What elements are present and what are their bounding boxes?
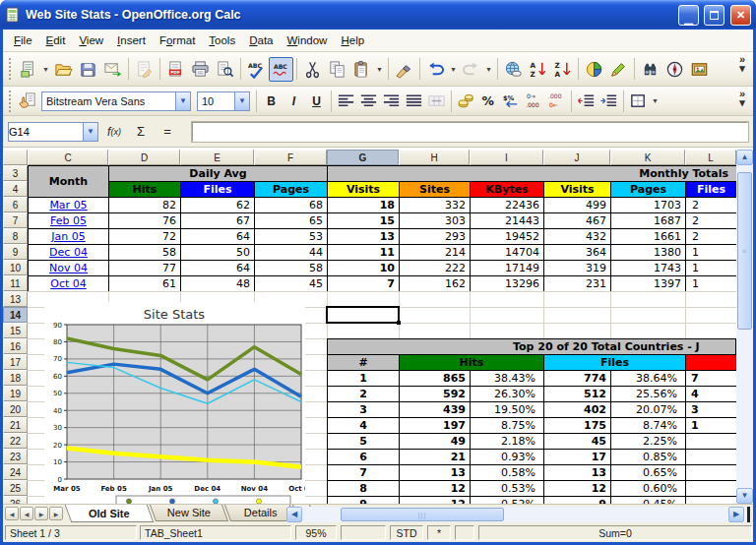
underline-icon[interactable]: U bbox=[305, 90, 328, 112]
month-link[interactable]: Dec 04 bbox=[29, 245, 109, 261]
table-cell[interactable]: 64 bbox=[181, 229, 255, 245]
month-column-header[interactable]: Month bbox=[29, 166, 109, 198]
increase-indent-icon[interactable] bbox=[598, 90, 620, 112]
row-header-9[interactable]: 9 bbox=[3, 244, 28, 260]
column-header-I[interactable]: I bbox=[470, 150, 543, 165]
menu-help[interactable]: Help bbox=[334, 31, 371, 49]
table-cell[interactable]: 58 bbox=[255, 261, 328, 276]
spreadsheet-grid[interactable]: CDEFGHIJKL346789101113141516171819202122… bbox=[3, 148, 753, 504]
table-cell[interactable]: 67 bbox=[181, 213, 255, 229]
table-cell[interactable]: 77 bbox=[109, 261, 181, 276]
table-cell[interactable]: 1687 bbox=[611, 213, 686, 229]
files-pct-cell[interactable]: 8.74% bbox=[611, 418, 686, 434]
edit-file-icon[interactable] bbox=[132, 57, 157, 82]
sort-ascending-icon[interactable]: AZ bbox=[526, 57, 550, 82]
sheet-nav-previous-icon[interactable]: ◀ bbox=[20, 507, 33, 520]
files-pct-cell[interactable]: 38.64% bbox=[611, 371, 686, 387]
table-cell[interactable]: 15 bbox=[328, 213, 400, 229]
hits-cell[interactable]: 592 bbox=[400, 387, 471, 402]
files-pct-cell[interactable]: 0.45% bbox=[611, 497, 686, 504]
hits-pct-cell[interactable]: 19.50% bbox=[471, 402, 544, 418]
formula-icon[interactable]: = bbox=[157, 122, 178, 142]
sort-descending-icon[interactable]: ZA bbox=[550, 57, 575, 82]
hits-cell[interactable]: 439 bbox=[400, 402, 471, 418]
open-icon[interactable] bbox=[51, 57, 76, 82]
hyperlink-icon[interactable] bbox=[501, 57, 526, 82]
hits-cell[interactable]: 12 bbox=[400, 481, 471, 497]
hits-cell[interactable]: 865 bbox=[400, 371, 471, 387]
table-cell[interactable]: 19452 bbox=[471, 229, 544, 245]
align-center-icon[interactable] bbox=[357, 90, 380, 112]
row-header-11[interactable]: 11 bbox=[3, 275, 28, 291]
column-header-E[interactable]: E bbox=[180, 150, 254, 165]
table-cell[interactable]: 499 bbox=[544, 198, 611, 213]
rank-cell[interactable]: 3 bbox=[328, 402, 400, 418]
italic-icon[interactable]: I bbox=[283, 90, 305, 112]
redo-icon[interactable] bbox=[459, 57, 483, 82]
align-right-icon[interactable] bbox=[380, 90, 403, 112]
column-header-F[interactable]: F bbox=[254, 150, 327, 165]
merge-cells-icon[interactable] bbox=[425, 90, 448, 112]
hits-cell[interactable]: 197 bbox=[400, 418, 471, 434]
title-bar[interactable]: Web Site Stats - OpenOffice.org Calc ▁ ✕ bbox=[0, 0, 756, 30]
page-preview-icon[interactable] bbox=[213, 57, 237, 82]
files-group-header[interactable]: Files bbox=[544, 355, 686, 371]
row-header-18[interactable]: 18 bbox=[3, 370, 28, 386]
table-cell[interactable]: 10 bbox=[328, 261, 400, 276]
monthly-totals-header[interactable]: Monthly Totals bbox=[328, 166, 736, 182]
month-link[interactable]: Feb 05 bbox=[29, 213, 109, 229]
toolbar-grip[interactable] bbox=[9, 91, 13, 112]
scroll-down-icon[interactable]: ▼ bbox=[736, 488, 753, 504]
sheet-nav-last-icon[interactable]: ▶ bbox=[49, 507, 63, 520]
row-header-4[interactable]: 4 bbox=[3, 181, 28, 197]
row-header-6[interactable]: 6 bbox=[3, 197, 28, 212]
copy-icon[interactable] bbox=[325, 57, 349, 82]
navigator-icon[interactable] bbox=[662, 57, 687, 82]
table-cell[interactable]: 1397 bbox=[611, 276, 686, 291]
menu-view[interactable]: View bbox=[72, 31, 110, 49]
rank-cell[interactable]: 6 bbox=[328, 450, 400, 465]
hits-pct-cell[interactable]: 0.53% bbox=[471, 481, 544, 497]
close-button[interactable]: ✕ bbox=[730, 5, 751, 26]
split-handle[interactable] bbox=[747, 507, 750, 522]
table-cell[interactable]: 364 bbox=[544, 245, 611, 261]
table-cell[interactable]: 1661 bbox=[611, 229, 686, 245]
column-header-K[interactable]: K bbox=[610, 150, 685, 165]
scroll-up-icon[interactable]: ▲ bbox=[736, 150, 753, 165]
table-cell[interactable]: 14704 bbox=[471, 245, 544, 261]
menu-file[interactable]: File bbox=[7, 31, 39, 49]
table-cell[interactable]: 44 bbox=[255, 245, 328, 261]
files-cell[interactable]: 13 bbox=[544, 465, 611, 481]
chevron-down-icon[interactable]: ▼ bbox=[650, 89, 661, 113]
table-cell[interactable]: 21443 bbox=[471, 213, 544, 229]
table-cell-partial[interactable]: 1 bbox=[686, 276, 736, 291]
font-size-combo[interactable]: 10▼ bbox=[197, 91, 250, 111]
insert-chart-icon[interactable] bbox=[582, 57, 606, 82]
table-cell[interactable]: 76 bbox=[109, 213, 181, 229]
format-paintbrush-icon[interactable] bbox=[392, 57, 416, 82]
files-pct-cell[interactable]: 25.56% bbox=[611, 387, 686, 402]
row-header-24[interactable]: 24 bbox=[3, 464, 28, 480]
table-cell[interactable]: 1703 bbox=[611, 198, 686, 213]
table-cell[interactable]: 22436 bbox=[471, 198, 544, 213]
table-cell[interactable]: 319 bbox=[544, 261, 611, 276]
row-header-20[interactable]: 20 bbox=[3, 401, 28, 417]
selected-cell-G14[interactable] bbox=[326, 306, 400, 324]
kbytes-partial-cell[interactable]: 4 bbox=[686, 387, 736, 402]
column-header-L[interactable]: L bbox=[685, 150, 736, 165]
hits-cell[interactable]: 12 bbox=[400, 497, 471, 504]
files-cell[interactable]: 512 bbox=[544, 387, 611, 402]
sheet-nav-next-icon[interactable]: ▶ bbox=[34, 507, 48, 520]
row-header-26[interactable]: 26 bbox=[3, 496, 28, 504]
table-cell-partial[interactable]: 2 bbox=[686, 198, 736, 213]
paste-icon[interactable] bbox=[349, 57, 374, 82]
rank-cell[interactable]: 1 bbox=[328, 371, 400, 387]
table-cell[interactable]: 18 bbox=[328, 198, 400, 213]
borders-icon[interactable] bbox=[627, 90, 650, 112]
table-cell[interactable]: 7 bbox=[328, 276, 400, 291]
row-header-23[interactable]: 23 bbox=[3, 449, 28, 464]
kbytes-partial-cell[interactable]: 7 bbox=[686, 371, 736, 387]
table-cell[interactable]: 332 bbox=[400, 198, 471, 213]
row-header-21[interactable]: 21 bbox=[3, 417, 28, 433]
align-left-icon[interactable] bbox=[335, 90, 357, 112]
